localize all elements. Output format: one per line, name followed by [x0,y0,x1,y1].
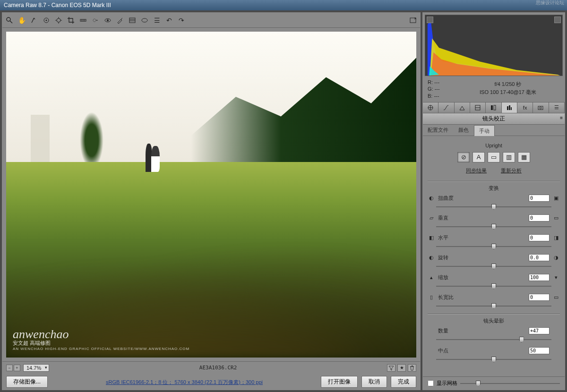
subtab-profile[interactable]: 配置文件 [423,125,454,136]
tab-hsl[interactable] [470,102,486,113]
tab-effects[interactable]: fx [517,102,533,113]
aspect-slider[interactable] [436,302,551,310]
g-value: G: --- [428,85,456,92]
image-viewer[interactable]: anwenchao 安文超 高端修图 AN WENCHAO HIGH-END G… [2,28,420,361]
rotate-cw-icon[interactable]: ↷ [177,16,186,25]
panel-menu-icon[interactable]: ≡ [560,115,563,120]
svg-rect-20 [491,105,493,110]
svg-line-1 [10,21,12,23]
shadow-clip-icon[interactable] [427,17,433,23]
filter-icon[interactable] [387,364,395,372]
reanalyze-link[interactable]: 重新分析 [501,167,522,174]
tab-detail[interactable] [455,102,470,113]
grid-size-slider[interactable] [460,380,560,387]
open-image-button[interactable]: 打开图像 [321,376,358,388]
aspect-icon-right: ▭ [552,294,560,301]
zoom-out-button[interactable]: − [6,365,13,371]
rotate-ccw-icon[interactable]: ↶ [165,16,173,25]
aspect-label: 长宽比 [438,294,462,301]
rotation-icon-left: ◐ [428,254,435,262]
svg-rect-22 [507,106,508,110]
trash-icon[interactable] [408,364,416,372]
tab-split[interactable] [486,102,501,113]
title-bar: Camera Raw 8.7 - Canon EOS 5D Mark III 思… [0,0,567,10]
footer-bar: 存储图像... sRGB IEC61966-2.1；8 位； 5760 x 38… [2,374,420,390]
window-title: Camera Raw 8.7 - Canon EOS 5D Mark III [4,2,111,9]
save-image-button[interactable]: 存储图像... [6,376,48,388]
svg-point-9 [93,19,96,22]
vertical-icon-left: ▱ [428,214,435,222]
filename-label: AE3A1036.CR2 [49,365,387,371]
upright-vertical-button[interactable]: ▥ [503,152,515,162]
hand-tool-icon[interactable]: ✋ [17,16,26,25]
adjustment-brush-icon[interactable] [116,16,124,25]
zoom-level-select[interactable]: 14.7% [23,364,49,372]
upright-off-button[interactable]: ⊘ [457,152,470,162]
vertical-label: 垂直 [438,214,462,222]
vignette-amount-slider[interactable] [436,336,551,343]
vignette-amount-input[interactable] [529,327,550,334]
radial-filter-icon[interactable] [140,16,149,25]
tab-basic[interactable] [423,102,438,113]
workflow-options-link[interactable]: sRGB IEC61966-2.1；8 位； 5760 x 3840 (22.1… [106,379,263,385]
rotation-icon-right: ◑ [552,254,560,262]
subtab-manual[interactable]: 手动 [474,125,495,136]
vignette-midpoint-label: 中点 [438,347,462,354]
scale-input[interactable] [529,274,550,281]
vignette-midpoint-slider[interactable] [436,356,551,363]
done-button[interactable]: 完成 [391,376,416,388]
vignette-amount-icon-left [428,327,435,335]
straighten-icon[interactable] [79,16,87,25]
distortion-input[interactable] [529,195,550,202]
graduated-filter-icon[interactable] [128,16,137,25]
tab-camera[interactable] [533,102,549,113]
spot-removal-icon[interactable] [91,16,100,25]
horizontal-slider[interactable] [436,243,551,250]
vertical-input[interactable] [529,214,550,222]
r-value: R: --- [428,79,456,85]
aspect-icon-left: ▯ [428,294,435,301]
tab-curve[interactable] [438,102,454,113]
tab-presets[interactable]: ☰ [549,102,565,113]
distortion-slider[interactable] [436,203,551,211]
scale-icon-left: ▴ [428,274,435,281]
color-sampler-icon[interactable] [42,16,51,25]
rotation-slider[interactable] [436,263,551,270]
scale-slider[interactable] [436,282,551,290]
rating-icon[interactable]: ★ [397,364,406,372]
preferences-icon[interactable]: ☰ [153,16,161,25]
subtab-color[interactable]: 颜色 [454,125,474,136]
rotation-input[interactable] [529,254,550,261]
cancel-button[interactable]: 取消 [361,376,387,388]
tab-lens[interactable] [502,102,517,113]
vertical-slider[interactable] [436,223,551,230]
svg-point-3 [46,19,47,21]
show-grid-checkbox[interactable] [428,380,434,386]
upright-level-button[interactable]: ▭ [488,152,500,162]
vignette-amount-icon-right [552,327,560,335]
red-eye-icon[interactable] [103,16,112,25]
crop-tool-icon[interactable] [67,16,75,25]
upright-title: Upright [428,143,560,148]
aspect-input[interactable] [529,294,550,301]
toggle-preview-icon[interactable] [409,16,417,25]
transform-title: 变换 [428,185,560,192]
vignette-amount-label: 数量 [438,327,462,334]
exif-iso-lens: ISO 100 17-40@17 毫米 [456,88,560,96]
targeted-adjust-icon[interactable] [54,16,63,25]
zoom-tool-icon[interactable] [5,16,14,25]
show-grid-row: 显示网格 [423,376,565,390]
svg-rect-24 [511,107,512,110]
horizontal-input[interactable] [529,234,550,241]
vignette-midpoint-input[interactable] [529,347,550,354]
sync-results-link[interactable]: 同步结果 [466,167,487,174]
white-balance-icon[interactable] [30,16,38,25]
zoom-in-button[interactable]: + [14,365,20,371]
histogram[interactable] [425,15,563,76]
preview-panel: ✋ ☰ ↶ ↷ [2,12,421,390]
toolbar: ✋ ☰ ↶ ↷ [2,13,420,28]
upright-auto-button[interactable]: A [472,152,485,162]
highlight-clip-icon[interactable] [554,17,561,23]
photo-watermark: anwenchao 安文超 高端修图 AN WENCHAO HIGH-END G… [13,327,189,351]
upright-full-button[interactable]: ▦ [518,152,530,162]
